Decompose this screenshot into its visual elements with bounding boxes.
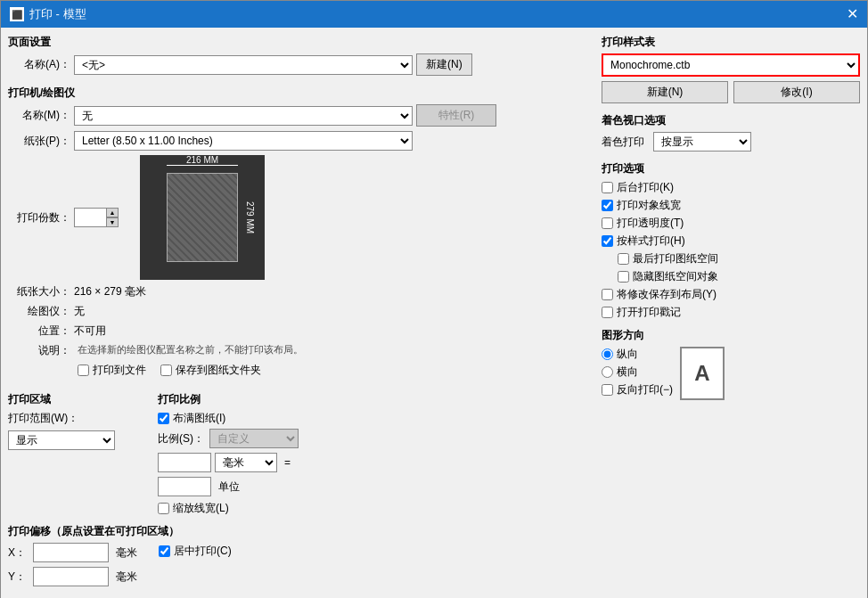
portrait-row: 纵向	[602, 347, 673, 362]
shade-label: 着色打印	[602, 135, 644, 150]
transparency-row: 打印透明度(T)	[602, 216, 860, 231]
shade-select[interactable]: 按显示	[653, 132, 751, 152]
linewidth-checkbox[interactable]	[602, 200, 613, 211]
shading-section: 着色视口选项 着色打印 按显示	[602, 113, 860, 156]
style-print-label: 按样式打印(H)	[617, 233, 685, 249]
landscape-row: 横向	[602, 365, 673, 380]
plotter-label: 绘图仪：	[8, 304, 70, 319]
transparency-checkbox[interactable]	[602, 217, 613, 229]
hide-paper-checkbox[interactable]	[618, 271, 629, 283]
print-to-file-row: 打印到文件	[78, 363, 146, 378]
plotter-value: 无	[74, 304, 85, 319]
range-label: 打印范围(W)：	[8, 411, 78, 426]
page-setup-section: 页面设置 名称(A)： <无> 新建(N)	[8, 35, 594, 80]
reverse-label: 反向打印(−)	[617, 382, 673, 397]
fit-paper-label: 布满图纸(I)	[173, 411, 225, 426]
linewidth-row: 打印对象线宽	[602, 198, 860, 213]
x-unit: 毫米	[116, 545, 137, 561]
printer-name-select[interactable]: 无	[74, 106, 413, 126]
print-offset-section: 打印偏移（原点设置在可打印区域） X： 0.000000 毫米 居中打印(C) …	[8, 524, 594, 591]
preview-container: 216 MM 279 MM	[140, 155, 265, 280]
transparency-label: 打印透明度(T)	[617, 216, 684, 231]
save-to-folder-checkbox[interactable]	[160, 365, 172, 376]
preview-inner	[167, 173, 238, 262]
reverse-row: 反向打印(−)	[602, 382, 673, 397]
y-label: Y：	[8, 569, 26, 585]
style-table-section: 打印样式表 Monochrome.ctb acad.ctb None 新建(N)…	[602, 35, 860, 108]
unit1-select[interactable]: 毫米 英寸	[215, 453, 277, 472]
center-print-checkbox[interactable]	[159, 545, 170, 557]
scale-select[interactable]: 自定义	[209, 429, 299, 448]
save-to-folder-label: 保存到图纸文件夹	[176, 363, 261, 378]
copies-label: 打印份数：	[8, 210, 70, 225]
portrait-label: 纵向	[617, 347, 638, 362]
shading-label: 着色视口选项	[602, 113, 860, 128]
orientation-section: 图形方向 纵向 横向 反向打印(−)	[602, 328, 860, 400]
save-to-folder-row: 保存到图纸文件夹	[160, 363, 261, 378]
title-bar: ⬛ 打印 - 模型 ✕	[1, 1, 867, 28]
size-value: 216 × 279 毫米	[74, 284, 146, 299]
background-checkbox[interactable]	[602, 182, 613, 193]
close-button[interactable]: ✕	[847, 7, 858, 21]
x-label: X：	[8, 545, 26, 561]
y-input[interactable]: 60.113333	[33, 567, 109, 586]
print-scale-section: 打印比例 布满图纸(I) 比例(S)： 自定义 1 毫米	[158, 392, 594, 519]
page-setup-label: 页面设置	[8, 35, 594, 50]
print-to-file-checkbox[interactable]	[78, 365, 89, 376]
page-name-select[interactable]: <无>	[74, 55, 413, 75]
scale-value2[interactable]: 4.149	[158, 477, 211, 496]
preview-height-label: 279 MM	[245, 201, 255, 233]
scale-line-label: 缩放线宽(L)	[173, 501, 229, 516]
paper-select[interactable]: Letter (8.50 x 11.00 Inches)	[74, 131, 413, 151]
background-row: 后台打印(K)	[602, 180, 860, 195]
position-label: 位置：	[8, 324, 70, 339]
open-stamp-row: 打开打印戳记	[602, 305, 860, 320]
print-area-label: 打印区域	[8, 392, 151, 407]
style-edit-button[interactable]: 修改(I)	[733, 81, 860, 103]
center-print-label: 居中打印(C)	[174, 544, 232, 559]
save-layout-label: 将修改保存到布局(Y)	[617, 287, 717, 302]
page-new-button[interactable]: 新建(N)	[416, 53, 472, 76]
save-layout-checkbox[interactable]	[602, 289, 613, 300]
hide-paper-row: 隐藏图纸空间对象	[618, 269, 860, 284]
copies-up[interactable]: ▲	[106, 208, 119, 217]
note-label: 说明：	[8, 343, 70, 358]
style-print-row: 按样式打印(H)	[602, 233, 860, 249]
title-icon: ⬛	[10, 7, 24, 21]
print-options-label: 打印选项	[602, 161, 860, 176]
landscape-radio[interactable]	[602, 366, 613, 378]
note-value: 在选择新的绘图仪配置名称之前，不能打印该布局。	[78, 343, 303, 356]
print-scale-label: 打印比例	[158, 392, 594, 407]
orientation-label: 图形方向	[602, 328, 860, 343]
copies-down[interactable]: ▼	[106, 217, 119, 227]
x-input[interactable]: 0.000000	[33, 543, 109, 562]
y-unit: 毫米	[116, 569, 137, 585]
reverse-checkbox[interactable]	[602, 384, 613, 396]
paper-label: 纸张(P)：	[8, 134, 70, 149]
orientation-options: 纵向 横向 反向打印(−)	[602, 347, 673, 400]
equals-sign: =	[284, 456, 291, 469]
scale-line-checkbox[interactable]	[158, 503, 169, 514]
size-label: 纸张大小：	[8, 284, 70, 299]
style-select[interactable]: Monochrome.ctb acad.ctb None	[603, 55, 858, 75]
position-value: 不可用	[74, 324, 106, 339]
last-paper-label: 最后打印图纸空间	[633, 251, 718, 266]
name-label: 名称(A)：	[8, 57, 70, 72]
print-preview: 216 MM 279 MM	[140, 155, 265, 280]
last-paper-checkbox[interactable]	[618, 253, 629, 265]
portrait-radio[interactable]	[602, 348, 613, 360]
range-select[interactable]: 显示	[8, 430, 115, 450]
style-print-checkbox[interactable]	[602, 235, 613, 247]
fit-paper-checkbox[interactable]	[158, 413, 169, 424]
last-paper-row: 最后打印图纸空间	[618, 251, 860, 266]
scale-line-row: 缩放线宽(L)	[158, 501, 594, 516]
printer-label: 打印机/绘图仪	[8, 86, 594, 101]
open-stamp-checkbox[interactable]	[602, 307, 613, 318]
scale-value1[interactable]: 1	[158, 453, 211, 472]
style-new-button[interactable]: 新建(N)	[602, 81, 728, 103]
copies-input-wrapper: 1 ▲ ▼	[74, 208, 119, 227]
printer-section: 打印机/绘图仪 名称(M)： 无 特性(R) 纸张(P)： Letter (8.…	[8, 86, 594, 385]
hide-paper-label: 隐藏图纸空间对象	[633, 269, 718, 284]
properties-button[interactable]: 特性(R)	[416, 104, 496, 127]
print-offset-label: 打印偏移（原点设置在可打印区域）	[8, 524, 594, 539]
